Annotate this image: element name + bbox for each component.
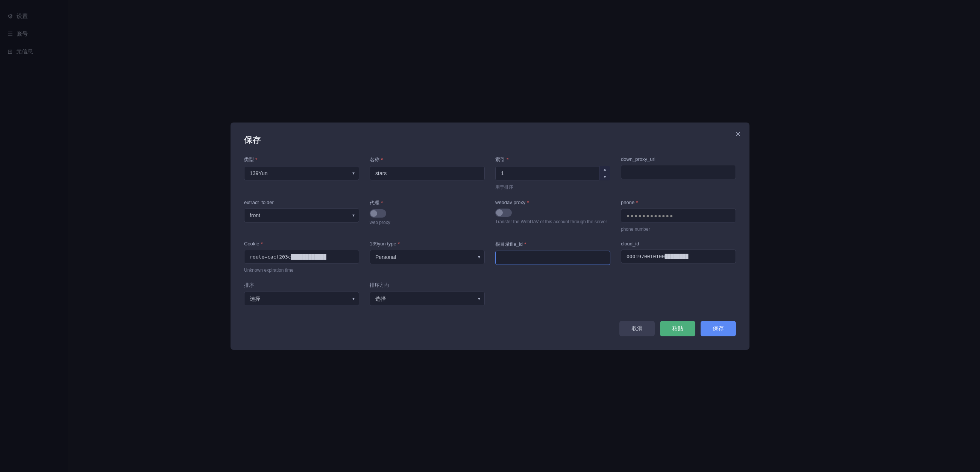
index-input[interactable]	[495, 166, 610, 181]
type-select-wrapper: 139Yun ▾	[244, 166, 359, 181]
dialog-title: 保存	[244, 135, 736, 146]
save-dialog: 保存 × 类型 * 139Yun ▾ 名称	[231, 122, 749, 350]
phone-hint: phone number	[621, 226, 736, 232]
field-cookie: Cookie * Unknown expiration time	[244, 241, 359, 273]
form-grid: 类型 * 139Yun ▾ 名称 * 索引	[244, 156, 736, 273]
sort-row: 排序 选择 ▾ 排序方向 选择 ▾	[244, 282, 736, 306]
save-button[interactable]: 保存	[701, 321, 736, 336]
proxy-toggle-label: web proxy	[370, 220, 485, 225]
required-marker-139yun-type: *	[398, 241, 400, 247]
root-file-id-input[interactable]	[495, 251, 610, 265]
field-type: 类型 * 139Yun ▾	[244, 156, 359, 190]
sort-wrapper: 选择 ▾	[244, 291, 359, 306]
webdav-toggle-wrapper: Transfer the WebDAV of this account thro…	[495, 209, 610, 224]
required-marker-root-file-id: *	[524, 241, 526, 247]
label-index: 索引 *	[495, 156, 610, 163]
down-proxy-url-input[interactable]	[621, 165, 736, 179]
field-index: 索引 * ▲ ▼ 用于排序	[495, 156, 610, 190]
index-down-button[interactable]: ▼	[600, 173, 610, 181]
required-marker-proxy: *	[381, 200, 383, 206]
close-button[interactable]: ×	[735, 130, 740, 138]
webdav-toggle-knob	[496, 209, 503, 216]
extract-folder-select[interactable]: front	[244, 208, 359, 222]
required-marker-index: *	[506, 157, 508, 163]
label-proxy: 代理 *	[370, 200, 485, 206]
label-down-proxy-url: down_proxy_url	[621, 156, 736, 162]
label-139yun-type: 139yun type *	[370, 241, 485, 247]
field-phone: phone * phone number	[621, 200, 736, 232]
sort-spacer-2	[621, 282, 736, 306]
index-hint: 用于排序	[495, 184, 610, 190]
field-name: 名称 *	[370, 156, 485, 190]
required-marker-phone: *	[636, 200, 638, 206]
field-down-proxy-url: down_proxy_url	[621, 156, 736, 190]
required-marker-type: *	[255, 157, 257, 163]
paste-button[interactable]: 粘贴	[660, 321, 695, 336]
sort-select[interactable]: 选择	[244, 291, 359, 306]
label-name: 名称 *	[370, 156, 485, 163]
cookie-hint: Unknown expiration time	[244, 268, 359, 273]
field-sort: 排序 选择 ▾	[244, 282, 359, 306]
cancel-button[interactable]: 取消	[619, 321, 655, 336]
index-wrapper: ▲ ▼	[495, 166, 610, 181]
required-marker-cookie: *	[261, 241, 262, 247]
type-select[interactable]: 139Yun	[244, 166, 359, 181]
label-cloud-id: cloud_id	[621, 241, 736, 247]
label-sort-direction: 排序方向	[370, 282, 485, 288]
proxy-toggle-wrapper: web proxy	[370, 209, 485, 225]
label-type: 类型 *	[244, 156, 359, 163]
label-cookie: Cookie *	[244, 241, 359, 247]
phone-input[interactable]	[621, 209, 736, 223]
index-spinners: ▲ ▼	[599, 166, 610, 181]
field-139yun-type: 139yun type * Personal ▾	[370, 241, 485, 273]
field-sort-direction: 排序方向 选择 ▾	[370, 282, 485, 306]
webdav-proxy-toggle[interactable]	[495, 209, 512, 217]
required-marker-name: *	[381, 157, 383, 163]
dialog-overlay: 保存 × 类型 * 139Yun ▾ 名称	[0, 0, 980, 472]
field-extract-folder: extract_folder front ▾	[244, 200, 359, 232]
proxy-toggle-knob	[371, 210, 377, 217]
type-139yun-select[interactable]: Personal	[370, 250, 485, 264]
sort-spacer-1	[495, 282, 610, 306]
field-root-file-id: 根目录file_id *	[495, 241, 610, 273]
type-139yun-wrapper: Personal ▾	[370, 250, 485, 264]
label-phone: phone *	[621, 200, 736, 206]
field-proxy: 代理 * web proxy	[370, 200, 485, 232]
label-extract-folder: extract_folder	[244, 200, 359, 205]
webdav-toggle-label: Transfer the WebDAV of this account thro…	[495, 219, 610, 224]
sort-direction-wrapper: 选择 ▾	[370, 291, 485, 306]
proxy-toggle[interactable]	[370, 209, 386, 218]
cookie-input[interactable]	[244, 250, 359, 264]
index-up-button[interactable]: ▲	[600, 166, 610, 174]
label-webdav-proxy: webdav proxy *	[495, 200, 610, 206]
label-root-file-id: 根目录file_id *	[495, 241, 610, 248]
sort-direction-select[interactable]: 选择	[370, 291, 485, 306]
field-cloud-id: cloud_id	[621, 241, 736, 273]
extract-folder-wrapper: front ▾	[244, 208, 359, 222]
name-input[interactable]	[370, 166, 485, 181]
field-webdav-proxy: webdav proxy * Transfer the WebDAV of th…	[495, 200, 610, 232]
label-sort: 排序	[244, 282, 359, 288]
required-marker-webdav-proxy: *	[527, 200, 529, 206]
dialog-footer: 取消 粘贴 保存	[244, 321, 736, 336]
cloud-id-input[interactable]	[621, 250, 736, 263]
